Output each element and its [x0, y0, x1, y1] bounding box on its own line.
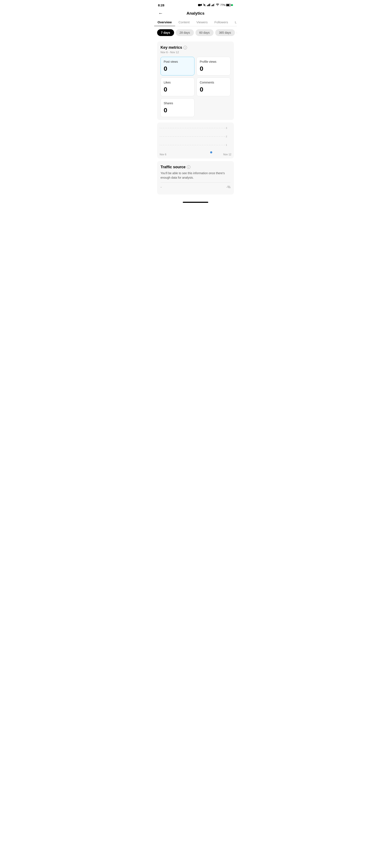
battery-fill — [227, 4, 230, 6]
traffic-source-body: You'll be able to see this information o… — [160, 171, 231, 180]
traffic-source-info-icon[interactable]: i — [187, 165, 190, 169]
metrics-grid-middle: Likes 0 Comments 0 — [160, 78, 231, 96]
home-bar — [183, 202, 208, 203]
period-7days[interactable]: 7 days — [157, 29, 174, 36]
battery-icon — [226, 4, 231, 6]
chart-dot-marker — [210, 151, 212, 153]
svg-rect-6 — [210, 4, 210, 6]
metric-value-shares: 0 — [164, 106, 191, 114]
period-custom[interactable]: Cu... — [237, 29, 237, 36]
metric-card-shares[interactable]: Shares 0 — [160, 98, 194, 117]
metric-label-comments: Comments — [200, 81, 227, 84]
chart-x-start: Nov 6 — [160, 153, 166, 156]
metric-label-likes: Likes — [164, 81, 191, 84]
tab-viewers[interactable]: Viewers — [193, 18, 211, 26]
svg-rect-8 — [212, 5, 213, 6]
svg-rect-10 — [214, 4, 215, 6]
metric-card-comments[interactable]: Comments 0 — [197, 78, 231, 96]
chart-line-2: 2 — [160, 136, 227, 137]
traffic-right-percent: -% — [226, 185, 231, 189]
metric-value-likes: 0 — [164, 86, 191, 93]
metrics-grid-top: Post views 0 Profile views 0 — [160, 57, 231, 75]
svg-rect-4 — [208, 5, 208, 6]
battery-container: 77% — [220, 4, 233, 6]
svg-rect-7 — [211, 5, 212, 6]
key-metrics-info-icon[interactable]: i — [183, 46, 187, 50]
traffic-table-row: - -% — [160, 182, 231, 192]
metric-label-post-views: Post views — [164, 60, 191, 63]
page-header: ← Analytics — [154, 9, 237, 18]
svg-marker-1 — [201, 4, 202, 6]
period-365days[interactable]: 365 days — [215, 29, 235, 36]
battery-percent: 77% — [220, 4, 225, 6]
traffic-left-dash: - — [160, 185, 161, 189]
key-metrics-title: Key metrics i — [160, 45, 231, 50]
tab-followers[interactable]: Followers — [211, 18, 231, 26]
back-button[interactable]: ← — [157, 10, 164, 17]
tab-live[interactable]: LIVE — [232, 18, 237, 26]
period-filter: 7 days 28 days 60 days 365 days Cu... — [154, 26, 237, 39]
chart-area: 3 2 1 — [160, 126, 231, 151]
home-indicator — [154, 199, 237, 204]
camera-icon — [198, 3, 202, 7]
svg-rect-5 — [209, 4, 209, 6]
green-dot — [231, 4, 233, 6]
key-metrics-subtitle: Nov 6 - Nov 12 — [160, 51, 231, 54]
status-icons: 77% — [198, 3, 233, 7]
metrics-grid-bottom: Shares 0 — [160, 98, 231, 117]
metric-card-likes[interactable]: Likes 0 — [160, 78, 194, 96]
metric-card-profile-views[interactable]: Profile views 0 — [197, 57, 231, 75]
traffic-source-section: Traffic source i You'll be able to see t… — [157, 161, 234, 194]
signal-icon-2 — [211, 4, 215, 7]
chart-y-label-1: 1 — [226, 144, 227, 146]
metric-card-placeholder — [197, 98, 231, 117]
chart-y-label-2: 2 — [226, 135, 227, 138]
period-28days[interactable]: 28 days — [176, 29, 194, 36]
signal-icon-1 — [207, 4, 210, 7]
svg-rect-9 — [213, 4, 214, 6]
metric-label-shares: Shares — [164, 101, 191, 105]
tab-navigation: Overview Content Viewers Followers LIVE — [154, 18, 237, 26]
mute-icon — [203, 3, 206, 7]
page-title: Analytics — [187, 11, 204, 16]
chart-x-axis: Nov 6 Nov 12 — [160, 153, 231, 157]
svg-rect-3 — [207, 5, 208, 6]
main-content: Key metrics i Nov 6 - Nov 12 Post views … — [154, 39, 237, 199]
period-60days[interactable]: 60 days — [196, 29, 213, 36]
chart-y-label-3: 3 — [226, 127, 227, 129]
metric-label-profile-views: Profile views — [200, 60, 227, 63]
metric-card-post-views[interactable]: Post views 0 — [160, 57, 194, 75]
chart-section: 3 2 1 Nov 6 Nov 12 — [157, 123, 234, 158]
status-time: 8:28 — [158, 3, 164, 7]
traffic-source-title: Traffic source i — [160, 165, 231, 169]
status-bar: 8:28 — [154, 0, 237, 9]
key-metrics-section: Key metrics i Nov 6 - Nov 12 Post views … — [157, 41, 234, 120]
chart-line-1: 1 — [160, 145, 227, 145]
tab-overview[interactable]: Overview — [154, 18, 175, 26]
svg-rect-0 — [198, 4, 201, 6]
metric-value-profile-views: 0 — [200, 65, 227, 72]
chart-x-end: Nov 12 — [223, 153, 231, 156]
metric-value-post-views: 0 — [164, 65, 191, 72]
wifi-icon — [216, 4, 219, 7]
metric-value-comments: 0 — [200, 86, 227, 93]
tab-content[interactable]: Content — [175, 18, 193, 26]
